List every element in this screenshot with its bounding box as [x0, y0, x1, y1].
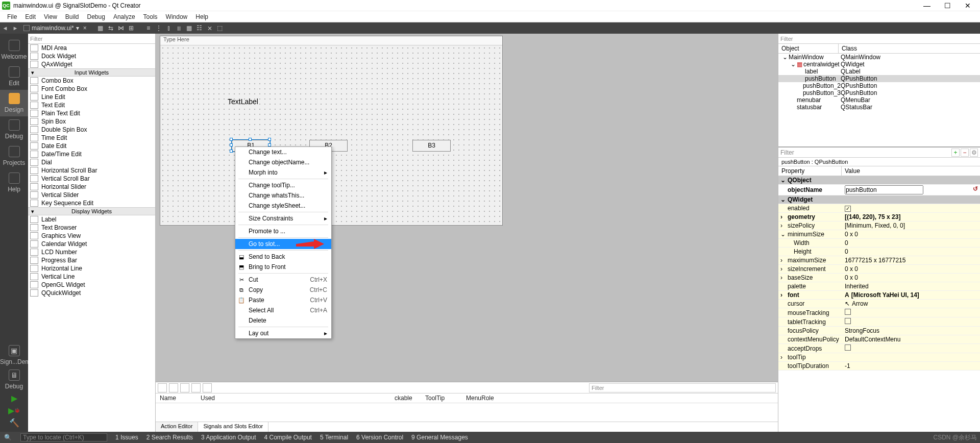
widget-item[interactable]: Label — [28, 215, 155, 224]
property-row[interactable]: ›baseSize0 x 0 — [778, 274, 980, 282]
mode-projects[interactable]: Projects — [0, 143, 28, 169]
object-row[interactable]: pushButton_3QPushButton — [778, 89, 980, 96]
output-pane-button[interactable]: 5 Terminal — [320, 434, 348, 441]
property-row[interactable]: toolTipDuration-1 — [778, 362, 980, 371]
mode-welcome[interactable]: Welcome — [0, 37, 28, 63]
split-button[interactable]: ▾ — [76, 24, 79, 32]
property-row[interactable]: objectName↺ — [778, 185, 980, 195]
menu-item[interactable]: Change text... — [235, 147, 331, 157]
mode-debug[interactable]: Debug — [0, 116, 28, 143]
widget-item[interactable]: Dock Widget — [28, 52, 155, 60]
checkbox[interactable] — [845, 344, 851, 351]
menu-item[interactable]: Change whatsThis... — [235, 190, 331, 201]
build-button[interactable]: 🔨 — [0, 416, 28, 429]
widget-item[interactable]: Key Sequence Edit — [28, 199, 155, 207]
property-filter[interactable]: Filter + − ⚙ — [778, 147, 980, 158]
copy-action-button[interactable] — [169, 383, 178, 392]
widget-item[interactable]: Horizontal Line — [28, 264, 155, 273]
resize-handle[interactable] — [268, 138, 271, 141]
oi-col-object[interactable]: Object — [778, 44, 839, 53]
edit-widgets-button[interactable]: ▦ — [96, 23, 105, 33]
form-label-widget[interactable]: TextLabel — [228, 97, 258, 106]
expand-icon[interactable]: ⌄ — [782, 54, 788, 61]
expand-icon[interactable]: ⌄ — [780, 231, 786, 238]
expand-icon[interactable]: › — [780, 291, 782, 299]
expand-icon[interactable]: › — [780, 354, 782, 361]
menu-item[interactable]: ✂CutCtrl+X — [235, 275, 331, 285]
expand-icon[interactable]: ⌄ — [791, 61, 796, 68]
menu-item[interactable]: Morph into▸ — [235, 167, 331, 178]
expand-icon[interactable]: › — [780, 213, 782, 220]
menu-item[interactable]: Change toolTip... — [235, 180, 331, 190]
menu-window[interactable]: Window — [162, 13, 192, 20]
widget-item[interactable]: Calendar Widget — [28, 240, 155, 248]
widget-item[interactable]: Date Edit — [28, 142, 155, 150]
property-row[interactable]: ›sizeIncrement0 x 0 — [778, 265, 980, 274]
tab-signals-slots[interactable]: Signals and Slots Editor — [198, 422, 268, 432]
widget-item[interactable]: Date/Time Edit — [28, 150, 155, 158]
delete-action-button[interactable] — [191, 383, 201, 392]
widget-item[interactable]: Font Combo Box — [28, 85, 155, 93]
menu-file[interactable]: File — [3, 13, 21, 20]
menu-analyze[interactable]: Analyze — [109, 13, 139, 20]
expand-icon[interactable]: › — [780, 265, 782, 273]
output-pane-button[interactable]: 3 Application Output — [201, 434, 256, 441]
output-pane-button[interactable]: 4 Compile Output — [264, 434, 312, 441]
locator-input[interactable]: Type to locate (Ctrl+K) — [20, 433, 107, 441]
minimize-button[interactable]: — — [917, 0, 937, 11]
widget-item[interactable]: Horizontal Scroll Bar — [28, 166, 155, 175]
object-inspector-filter[interactable]: Filter — [778, 34, 980, 44]
widget-item[interactable]: QQuickWidget — [28, 289, 155, 297]
config-prop-button[interactable]: ⚙ — [970, 149, 978, 157]
menu-debug[interactable]: Debug — [83, 13, 109, 20]
layout-grid-button[interactable]: ▦ — [185, 23, 194, 33]
action-col[interactable]: Used — [199, 395, 331, 402]
property-row[interactable]: ›toolTip — [778, 353, 980, 362]
form-menubar[interactable]: Type Here — [160, 36, 502, 45]
object-row[interactable]: ⌄MainWindowQMainWindow — [778, 54, 980, 61]
widget-item[interactable]: Double Spin Box — [28, 126, 155, 134]
property-row[interactable]: cursor↖Arrow — [778, 300, 980, 308]
property-group[interactable]: ⌄QWidget — [778, 195, 980, 204]
widget-item[interactable]: MDI Area — [28, 44, 155, 52]
property-row[interactable]: ⌄minimumSize0 x 0 — [778, 230, 980, 239]
widget-item[interactable]: Combo Box — [28, 77, 155, 85]
output-pane-button[interactable]: 9 General Messages — [411, 434, 468, 441]
checkbox[interactable] — [845, 318, 851, 324]
resize-handle[interactable] — [230, 150, 233, 153]
nav-back-button[interactable]: ◄ — [0, 25, 10, 31]
expand-icon[interactable]: ⌄ — [780, 177, 786, 184]
property-row[interactable]: paletteInherited — [778, 282, 980, 291]
property-row[interactable]: focusPolicyStrongFocus — [778, 327, 980, 335]
action-editor-body[interactable] — [156, 403, 778, 422]
add-dynamic-prop-button[interactable]: + — [951, 149, 960, 157]
property-row[interactable]: mouseTracking — [778, 308, 980, 317]
edit-buddies-button[interactable]: ⋈ — [116, 23, 126, 33]
run-button[interactable]: ▶ — [0, 392, 28, 404]
property-row[interactable]: ›maximumSize16777215 x 16777215 — [778, 256, 980, 265]
property-row[interactable]: ›geometry[(140, 220), 75 x 23] — [778, 213, 980, 222]
form-button-b3[interactable]: B3 — [412, 140, 451, 152]
widget-item[interactable]: Spin Box — [28, 117, 155, 126]
run-debug-button[interactable]: ▶🐞 — [0, 404, 28, 416]
checkbox[interactable]: ✓ — [845, 206, 851, 212]
layout-h-button[interactable]: ≡ — [144, 23, 153, 33]
object-row[interactable]: pushButton_2QPushButton — [778, 82, 980, 89]
paste-action-button[interactable] — [180, 383, 189, 392]
menu-item[interactable]: Change objectName... — [235, 157, 331, 167]
kit-selector[interactable]: ▣ Sign...Demo — [0, 343, 28, 367]
kit-debug[interactable]: 🖥 Debug — [0, 367, 28, 392]
action-col[interactable]: ckable — [393, 395, 423, 402]
widget-item[interactable]: Vertical Line — [28, 273, 155, 281]
menu-edit[interactable]: Edit — [21, 13, 40, 20]
property-row[interactable]: tabletTracking — [778, 317, 980, 327]
property-row[interactable]: Height0 — [778, 248, 980, 256]
output-pane-button[interactable]: 2 Search Results — [146, 434, 193, 441]
output-pane-button[interactable]: 1 Issues — [115, 434, 138, 441]
menu-item[interactable]: Delete — [235, 315, 331, 326]
property-row[interactable]: ›sizePolicy[Minimum, Fixed, 0, 0] — [778, 222, 980, 230]
mode-help[interactable]: Help — [0, 169, 28, 196]
menu-item[interactable]: Size Constraints▸ — [235, 213, 331, 224]
property-list[interactable]: ⌄QObjectobjectName↺⌄QWidgetenabled✓›geom… — [778, 176, 980, 432]
menu-item[interactable]: ⬒Bring to Front — [235, 262, 331, 272]
